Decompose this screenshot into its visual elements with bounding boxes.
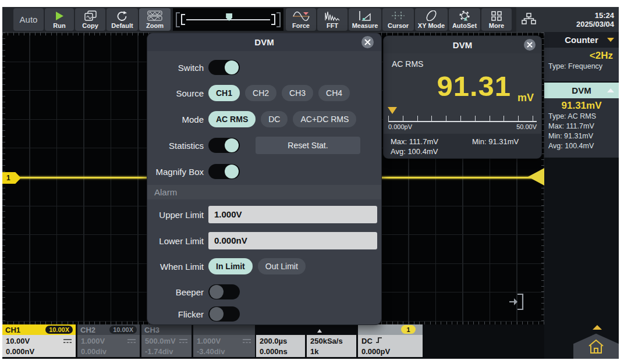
chevron-down-icon: [607, 38, 614, 42]
when-limit-in[interactable]: In Limit: [208, 258, 253, 274]
mode-option-acdcrms[interactable]: AC+DC RMS: [293, 111, 356, 127]
mode-option-dc[interactable]: DC: [261, 111, 288, 127]
run-button[interactable]: Run: [45, 8, 74, 31]
toggle-knob: [210, 307, 224, 321]
beeper-label: Beeper: [147, 287, 204, 297]
gear-icon: A: [458, 10, 471, 22]
alarm-section-header: Alarm: [147, 185, 381, 199]
force-button[interactable]: Force: [286, 8, 316, 31]
close-icon[interactable]: [361, 36, 374, 48]
grid-squares-icon: [491, 10, 502, 22]
flicker-label: Flicker: [147, 309, 204, 319]
expand-up-icon[interactable]: [593, 325, 602, 330]
outer-bracket-right: [276, 12, 281, 27]
channel-descriptor-ch1[interactable]: CH1 10.00X 10.00V 0.000nV: [2, 324, 76, 357]
copy-icon: [84, 10, 97, 22]
trigger-coupling: DC: [361, 337, 373, 345]
memory-depth: 1k: [310, 347, 318, 356]
inner-bracket-left: [181, 14, 185, 25]
flicker-toggle[interactable]: [208, 306, 240, 322]
channel-descriptor-ch2[interactable]: CH2 10.00X 1.000V 0.00div: [77, 324, 140, 357]
right-sidebar: Counter <2Hz Type: Frequency DVM 91.31mV…: [544, 32, 619, 359]
channel-descriptor-ch3[interactable]: CH3 500.0mV -1.74div: [141, 324, 192, 357]
rising-edge-icon: [375, 337, 382, 345]
more-button[interactable]: More: [481, 8, 512, 31]
magnify-box-toggle[interactable]: [208, 164, 240, 179]
toggle-knob: [225, 138, 239, 152]
dock-panel-icon[interactable]: [508, 291, 525, 315]
counter-type: Type: Frequency: [544, 62, 619, 72]
trigger-level: 0.000pV: [361, 347, 390, 356]
acquire-descriptor[interactable]: 250kSa/s 1k: [307, 324, 356, 357]
network-icon[interactable]: [521, 12, 536, 27]
mode-label: Mode: [147, 115, 204, 124]
lower-limit-field[interactable]: 0.000nV: [208, 232, 377, 249]
dvm-settings-dialog: DVM Switch Source CH1 CH2 CH3 CH4 Mode A…: [147, 33, 381, 324]
ch3-badge: CH3: [141, 324, 192, 335]
dvm-max: Max: 111.7mV: [391, 137, 472, 146]
measure-button[interactable]: Measure: [349, 8, 381, 31]
ch1-badge: CH1 10.00X: [2, 324, 76, 335]
beeper-toggle[interactable]: [208, 284, 240, 299]
dvm-sidebar-value: 91.31mV: [544, 100, 619, 112]
top-toolbar: Auto Run Copy Default Zoom: [2, 7, 619, 32]
default-button[interactable]: Default: [107, 8, 138, 31]
dvm-section-header[interactable]: DVM: [544, 83, 619, 98]
bottom-status-bar: CH1 10.00X 10.00V 0.000nV CH2 10.00X 1.0…: [2, 324, 544, 359]
dvm-min: Min: 91.31mV: [472, 137, 519, 146]
ch2-probe-badge: 10.00X: [109, 326, 137, 334]
fft-button[interactable]: FFT: [317, 8, 348, 31]
chevron-up-icon: [607, 88, 614, 92]
dvm-mode-text: AC RMS: [392, 59, 423, 69]
copy-button[interactable]: Copy: [75, 8, 105, 31]
statistics-toggle[interactable]: [208, 138, 240, 153]
source-option-ch4[interactable]: CH4: [318, 85, 350, 101]
toggle-knob: [225, 60, 239, 74]
trigger-descriptor[interactable]: 1 DC 0.000pV: [358, 324, 423, 357]
scale-max-label: 50.00V: [516, 123, 537, 130]
dvm-avg: Avg: 100.4mV: [391, 147, 438, 156]
dvm-sidebar-max: Max: 111.7mV: [544, 122, 619, 131]
dialog-title: DVM: [254, 37, 274, 47]
dvm-statistics: Max: 111.7mV Min: 91.31mV Avg: 100.4mV: [384, 134, 541, 158]
when-limit-out[interactable]: Out Limit: [258, 258, 306, 274]
trigger-source-badge: 1: [401, 325, 416, 334]
inner-bracket-right: [271, 14, 275, 25]
cursor-crosshair-icon: [391, 10, 406, 22]
timebase-descriptor[interactable]: 200.0µs 0.000ns: [256, 324, 305, 357]
ch1-level-marker[interactable]: 1: [2, 172, 21, 184]
dvm-readout-panel: DVM AC RMS 91.31 mV 0.000pV 50.00V Max: …: [384, 36, 541, 158]
oscilloscope-screen: Auto Run Copy Default Zoom: [2, 7, 619, 359]
source-option-ch2[interactable]: CH2: [245, 85, 276, 101]
scale-pointer-icon: [388, 107, 397, 114]
when-limit-label: When Limit: [147, 262, 204, 272]
zoom-button[interactable]: Zoom: [139, 8, 171, 31]
dvm-value: 91.31: [437, 70, 511, 102]
upper-limit-field[interactable]: 1.000V: [208, 206, 377, 223]
panel-header: DVM: [384, 36, 541, 53]
ch2-scale: 1.000V: [81, 337, 105, 345]
switch-label: Switch: [147, 63, 204, 73]
close-icon[interactable]: [524, 39, 536, 51]
ch1-probe-badge: 10.00X: [45, 326, 73, 334]
switch-toggle[interactable]: [208, 60, 240, 75]
trigger-level-marker[interactable]: [528, 168, 544, 185]
reset-stat-button[interactable]: Reset Stat.: [256, 137, 360, 154]
dc-coupling-icon: [179, 337, 188, 345]
zoom-waveform-icon: [147, 10, 162, 22]
auto-button[interactable]: Auto: [13, 8, 44, 31]
cursor-button[interactable]: Cursor: [382, 8, 414, 31]
force-trigger-icon: [292, 10, 310, 22]
channel-descriptor-ch4[interactable]: 1.000V -3.40div: [193, 324, 255, 357]
horizontal-position-bar[interactable]: [173, 8, 283, 31]
scale-min-label: 0.000pV: [388, 123, 412, 130]
xy-mode-button[interactable]: XY Mode: [415, 8, 448, 31]
counter-section-header[interactable]: Counter: [544, 32, 619, 48]
autoset-button[interactable]: A AutoSet: [449, 8, 480, 31]
dvm-unit: mV: [517, 92, 534, 104]
source-option-ch3[interactable]: CH3: [282, 85, 313, 101]
source-option-ch1[interactable]: CH1: [208, 85, 240, 101]
mode-option-acrms[interactable]: AC RMS: [208, 111, 256, 127]
ch3-offset: -1.74div: [145, 347, 173, 356]
home-button[interactable]: [573, 331, 619, 359]
